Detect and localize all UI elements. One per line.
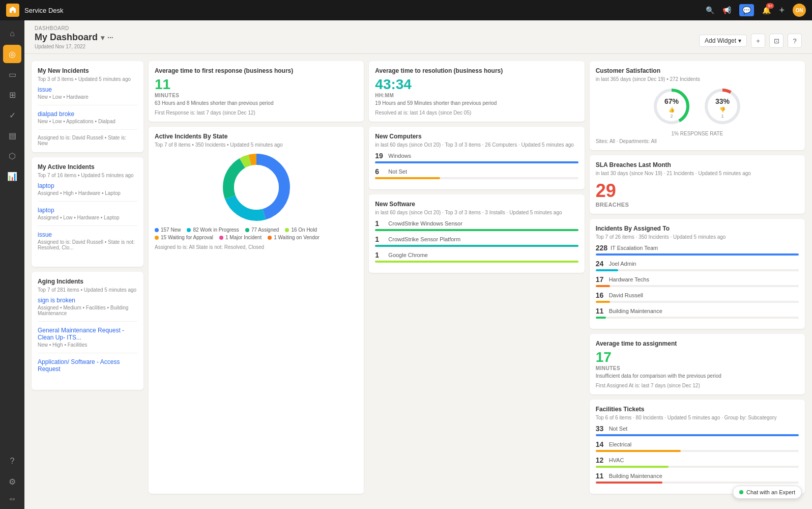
sla-label: BREACHES bbox=[596, 202, 799, 208]
widget-subtitle: Top 3 of 3 items • Updated 5 minutes ago bbox=[38, 76, 137, 82]
widget-subtitle: Top 7 of 26 items · 350 Incidents · Upda… bbox=[596, 234, 799, 240]
widget-avg-time-assignment: Average time to assignment 17 MINUTES In… bbox=[590, 334, 805, 394]
svg-text:2: 2 bbox=[671, 114, 673, 119]
incident-item: laptop Assigned • High • Hardware • Lapt… bbox=[38, 182, 137, 202]
sidebar-item-home[interactable]: ⌂ bbox=[3, 24, 21, 43]
widget-subtitle: in last 30 days (since Nov 19) · 21 Inci… bbox=[596, 171, 799, 176]
bar-item: 14 Electrical bbox=[596, 440, 799, 452]
search-icon[interactable]: 🔍 bbox=[706, 6, 714, 14]
incident-name[interactable]: issue bbox=[38, 86, 137, 93]
donut-legend: 157 New 82 Work in Progress 77 Assigned … bbox=[155, 227, 358, 240]
incident-item: General Maintenance Request - Clean Up- … bbox=[38, 327, 137, 353]
title-caret[interactable]: ▾ bbox=[101, 34, 104, 42]
incident-name[interactable]: dialpad broke bbox=[38, 110, 137, 118]
incident-item: dialpad broke New • Low • Applications •… bbox=[38, 110, 137, 130]
page-header: DASHBOARD My Dashboard ▾ ··· Updated Nov… bbox=[24, 20, 812, 54]
top-navbar: Service Desk 🔍 📢 💬 🔔 9+ + ON bbox=[0, 0, 812, 20]
widget-sla-breaches: SLA Breaches Last Month in last 30 days … bbox=[590, 155, 805, 214]
widget-title: Facilities Tickets bbox=[596, 406, 799, 413]
csat-row: 67% 👍 2 bbox=[596, 86, 799, 127]
widget-footer: Assigned to is: David Russell • State is… bbox=[38, 135, 137, 146]
incident-meta: Assigned to is: David Russell • State is… bbox=[38, 239, 137, 250]
widget-aging-incidents: Aging Incidents Top 7 of 281 items • Upd… bbox=[32, 272, 143, 390]
bar-item: 11 Building Maintenance bbox=[596, 307, 799, 319]
widget-incidents-by-assigned-to: Incidents By Assigned To Top 7 of 26 ite… bbox=[590, 219, 805, 329]
title-ellipsis[interactable]: ··· bbox=[107, 34, 113, 42]
sidebar-item-checklist[interactable]: ✓ bbox=[3, 106, 21, 124]
widget-customer-satisfaction: Customer Satisfaction in last 365 days (… bbox=[590, 61, 805, 150]
sidebar-collapse-btn[interactable]: «» bbox=[3, 493, 21, 505]
sidebar-item-dashboard[interactable]: ◎ bbox=[3, 45, 21, 63]
svg-text:👎: 👎 bbox=[719, 106, 726, 113]
widget-new-software: New Software in last 60 days (since Oct … bbox=[369, 194, 584, 273]
widget-footer: Assigned to is: All State is not: Resolv… bbox=[155, 244, 358, 250]
sidebar: ⌂ ◎ ▭ ⊞ ✓ ▤ ⬡ 📊 ? ⚙ «» bbox=[0, 20, 24, 509]
widget-subtitle: Top 6 of 6 items · 80 Incidents · Update… bbox=[596, 415, 799, 420]
widget-subtitle: in last 60 days (since Oct 20) · Top 3 o… bbox=[375, 142, 578, 148]
incident-meta: New • Low • Applications • Dialpad bbox=[38, 119, 137, 124]
add-widget-button[interactable]: Add Widget ▾ bbox=[699, 35, 747, 47]
metric-note: 19 Hours and 59 Minutes shorter than pre… bbox=[375, 100, 578, 106]
bar-item: 1 Google Chrome bbox=[375, 251, 578, 263]
bar-item: 17 Hardware Techs bbox=[596, 275, 799, 287]
chat-expert-button[interactable]: Chat with an Expert bbox=[733, 486, 802, 499]
chat-online-dot bbox=[739, 490, 743, 494]
incident-name[interactable]: General Maintenance Request - Clean Up- … bbox=[38, 327, 137, 341]
incident-name[interactable]: Application/ Software - Access Request bbox=[38, 358, 137, 373]
content-area: DASHBOARD My Dashboard ▾ ··· Updated Nov… bbox=[24, 20, 812, 509]
negative-gauge-circle: 33% 👎 1 bbox=[702, 86, 743, 127]
svg-text:67%: 67% bbox=[664, 97, 679, 105]
widget-facilities-tickets: Facilities Tickets Top 6 of 6 items · 80… bbox=[590, 400, 805, 494]
sidebar-item-shield[interactable]: ⬡ bbox=[3, 147, 21, 165]
fullscreen-icon[interactable]: ⊡ bbox=[769, 34, 784, 48]
incident-name[interactable]: issue bbox=[38, 231, 137, 238]
incident-meta: Assigned • Low • Hardware • Laptop bbox=[38, 215, 137, 220]
svg-text:33%: 33% bbox=[715, 97, 730, 105]
metric-unit: HH:MM bbox=[375, 93, 578, 98]
incident-meta: Assigned • Medium • Facilities • Buildin… bbox=[38, 305, 137, 316]
sidebar-item-help[interactable]: ? bbox=[3, 452, 21, 470]
widget-title: Average time to first response (business… bbox=[155, 67, 358, 74]
expand-icon[interactable]: + bbox=[751, 34, 765, 48]
sidebar-item-reports[interactable]: ⊞ bbox=[3, 86, 21, 104]
sla-value: 29 bbox=[596, 180, 799, 202]
logo-icon bbox=[6, 4, 19, 17]
incident-item: Application/ Software - Access Request bbox=[38, 358, 137, 379]
metric-note: Insufficient data for comparison with th… bbox=[596, 373, 799, 379]
dashboard-grid: My New Incidents Top 3 of 3 items • Upda… bbox=[24, 54, 812, 509]
metric-value: 17 bbox=[596, 349, 799, 365]
breadcrumb: DASHBOARD bbox=[35, 25, 802, 31]
widget-my-new-incidents: My New Incidents Top 3 of 3 items • Upda… bbox=[32, 61, 143, 152]
incident-name[interactable]: laptop bbox=[38, 182, 137, 189]
widget-title: New Software bbox=[375, 201, 578, 208]
widget-subtitle: in last 60 days (since Oct 20) · Top 3 o… bbox=[375, 210, 578, 215]
incident-meta: New • High • Facilities bbox=[38, 342, 137, 348]
incident-item: issue Assigned to is: David Russell • St… bbox=[38, 231, 137, 256]
incident-name[interactable]: sign is broken bbox=[38, 297, 137, 304]
sidebar-item-messages[interactable]: ▤ bbox=[3, 126, 21, 145]
widget-title: Customer Satisfaction bbox=[596, 67, 799, 74]
widget-new-computers: New Computers in last 60 days (since Oct… bbox=[369, 127, 584, 189]
incident-item: issue New • Low • Hardware bbox=[38, 86, 137, 105]
incident-meta: New • Low • Hardware bbox=[38, 94, 137, 100]
nav-right: 🔍 📢 💬 🔔 9+ + ON bbox=[706, 4, 806, 17]
add-icon[interactable]: + bbox=[779, 5, 785, 16]
sidebar-item-tickets[interactable]: ▭ bbox=[3, 65, 21, 83]
csat-positive: 67% 👍 2 bbox=[651, 86, 692, 127]
widget-title: Incidents By Assigned To bbox=[596, 225, 799, 232]
bar-item: 1 CrowdStrike Windows Sensor bbox=[375, 219, 578, 231]
user-avatar[interactable]: ON bbox=[793, 4, 806, 17]
donut-chart bbox=[155, 152, 358, 223]
svg-text:👍: 👍 bbox=[669, 106, 675, 113]
metric-footer: First Assigned At is: last 7 days (since… bbox=[596, 383, 799, 388]
notifications-icon[interactable]: 🔔 9+ bbox=[762, 6, 771, 14]
metric-unit: MINUTES bbox=[596, 365, 799, 371]
megaphone-icon[interactable]: 📢 bbox=[722, 6, 731, 14]
sidebar-item-chart[interactable]: 📊 bbox=[3, 167, 21, 185]
widget-my-active-incidents: My Active Incidents Top 7 of 16 items • … bbox=[32, 157, 143, 267]
metric-footer: Resolved at is: last 14 days (since Dec … bbox=[375, 110, 578, 116]
chat-icon[interactable]: 💬 bbox=[739, 4, 754, 16]
incident-name[interactable]: laptop bbox=[38, 207, 137, 214]
help-icon[interactable]: ? bbox=[788, 34, 802, 48]
sidebar-item-settings[interactable]: ⚙ bbox=[3, 472, 21, 491]
